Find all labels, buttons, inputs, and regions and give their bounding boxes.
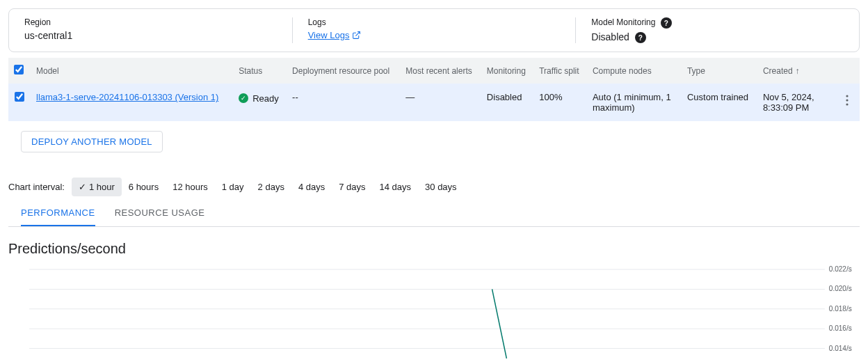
logs-cell: Logs View Logs <box>293 17 577 43</box>
svg-line-0 <box>356 32 360 36</box>
svg-text:0.014/s: 0.014/s <box>829 345 852 352</box>
svg-text:0.018/s: 0.018/s <box>829 305 852 313</box>
cell-traffic: 100% <box>533 84 587 121</box>
logs-label: Logs <box>308 17 561 27</box>
col-model[interactable]: Model <box>31 58 233 84</box>
help-icon[interactable]: ? <box>661 17 672 29</box>
models-table: Model Status Deployment resource pool Mo… <box>8 58 860 121</box>
cell-created: Nov 5, 2024, 8:33:09 PM <box>757 84 837 121</box>
monitoring-cell: Model Monitoring ? Disabled ? <box>576 17 859 43</box>
interval-option[interactable]: ✓1 hour <box>72 178 122 196</box>
monitoring-value: Disabled ? <box>591 31 844 43</box>
metrics-tabs: PERFORMANCE RESOURCE USAGE <box>8 200 860 227</box>
interval-option[interactable]: 6 hours <box>122 178 166 196</box>
svg-point-3 <box>846 104 848 106</box>
svg-point-2 <box>846 100 848 102</box>
view-logs-text: View Logs <box>308 30 350 40</box>
svg-text:0.022/s: 0.022/s <box>829 265 852 273</box>
external-link-icon <box>352 31 361 40</box>
chart-title: Predictions/second <box>8 241 860 257</box>
col-created[interactable]: Created↑ <box>757 58 837 84</box>
table-header-row: Model Status Deployment resource pool Mo… <box>8 58 860 84</box>
col-traffic[interactable]: Traffic split <box>533 58 587 84</box>
endpoint-info-card: Region us-central1 Logs View Logs Model … <box>8 8 860 52</box>
interval-option[interactable]: 14 days <box>373 178 419 196</box>
col-alerts[interactable]: Most recent alerts <box>400 58 481 84</box>
view-logs-link[interactable]: View Logs <box>308 30 362 40</box>
tab-resource-usage[interactable]: RESOURCE USAGE <box>115 200 205 226</box>
table-row[interactable]: llama3-1-serve-20241106-013303 (Version … <box>8 84 860 121</box>
interval-label: Chart interval: <box>8 182 65 192</box>
region-cell: Region us-central1 <box>9 17 293 43</box>
predictions-chart: 0.012/s0.014/s0.016/s0.018/s0.020/s0.022… <box>8 264 860 362</box>
col-monitoring[interactable]: Monitoring <box>481 58 533 84</box>
interval-option[interactable]: 30 days <box>418 178 464 196</box>
deploy-another-model-button[interactable]: DEPLOY ANOTHER MODEL <box>21 131 163 152</box>
cell-monitoring: Disabled <box>481 84 533 121</box>
region-value: us-central1 <box>24 30 277 41</box>
check-circle-icon: ✓ <box>239 93 248 103</box>
interval-option[interactable]: 12 hours <box>166 178 215 196</box>
svg-point-1 <box>846 95 848 97</box>
tab-performance[interactable]: PERFORMANCE <box>21 200 95 226</box>
cell-alerts: — <box>400 84 481 121</box>
check-icon: ✓ <box>79 182 86 192</box>
col-type[interactable]: Type <box>682 58 757 84</box>
cell-type: Custom trained <box>682 84 757 121</box>
sort-arrow-up-icon: ↑ <box>796 66 800 76</box>
more-actions-button[interactable] <box>843 92 851 111</box>
help-icon[interactable]: ? <box>635 32 646 43</box>
row-checkbox[interactable] <box>15 92 24 102</box>
cell-pool: -- <box>287 84 400 121</box>
cell-nodes: Auto (1 minimum, 1 maximum) <box>587 84 682 121</box>
chart-interval-row: Chart interval: ✓1 hour6 hours12 hours1 … <box>8 178 860 196</box>
region-label: Region <box>24 17 277 27</box>
model-name-link[interactable]: llama3-1-serve-20241106-013303 (Version … <box>36 92 218 102</box>
more-vert-icon <box>846 95 849 106</box>
interval-option[interactable]: 7 days <box>332 178 372 196</box>
col-nodes[interactable]: Compute nodes <box>587 58 682 84</box>
select-all-checkbox[interactable] <box>14 65 24 74</box>
interval-option[interactable]: 1 day <box>215 178 251 196</box>
col-pool[interactable]: Deployment resource pool <box>287 58 400 84</box>
svg-text:0.016/s: 0.016/s <box>829 325 852 333</box>
interval-option[interactable]: 2 days <box>251 178 291 196</box>
col-status[interactable]: Status <box>233 58 287 84</box>
interval-option[interactable]: 4 days <box>291 178 332 196</box>
chart-svg: 0.012/s0.014/s0.016/s0.018/s0.020/s0.022… <box>8 264 860 362</box>
status-text: Ready <box>252 93 279 104</box>
monitoring-label: Model Monitoring ? <box>591 17 844 29</box>
svg-text:0.020/s: 0.020/s <box>829 285 852 293</box>
interval-options: ✓1 hour6 hours12 hours1 day2 days4 days7… <box>72 178 464 196</box>
status-badge: ✓ Ready <box>239 93 279 104</box>
